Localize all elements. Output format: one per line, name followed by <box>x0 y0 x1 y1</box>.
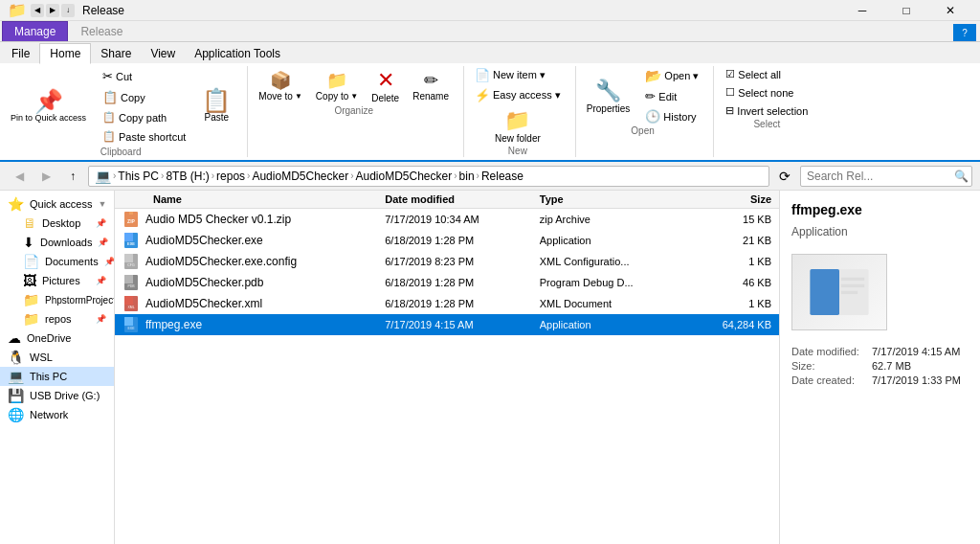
delete-button[interactable]: ✕ Delete <box>367 66 404 105</box>
thispc-icon: 💻 <box>8 369 24 384</box>
search-box: 🔍 <box>800 166 972 187</box>
edit-button[interactable]: ✏ Edit <box>640 87 703 105</box>
tab-share[interactable]: Share <box>91 44 141 63</box>
path-repos[interactable]: repos <box>216 170 245 183</box>
tab-release[interactable]: Release <box>68 21 135 41</box>
copy-path-button[interactable]: 📋 Copy path <box>97 108 191 126</box>
invert-label: Invert selection <box>737 105 808 117</box>
invert-selection-button[interactable]: ⊟ Invert selection <box>720 102 813 119</box>
tab-view[interactable]: View <box>141 44 185 63</box>
up-button[interactable]: ↑ <box>61 165 84 188</box>
svg-rect-16 <box>124 317 133 326</box>
table-row[interactable]: EXE ffmpeg.exe 7/17/2019 4:15 AM Applica… <box>115 314 779 335</box>
nav-quick-access[interactable]: ⭐ Quick access ▼ <box>0 194 114 214</box>
tab-manage[interactable]: Manage <box>2 21 68 41</box>
select-none-button[interactable]: ☐ Select none <box>720 84 813 101</box>
open-button[interactable]: 📂 Open ▾ <box>640 66 703 85</box>
nav-usb[interactable]: 💾 USB Drive (G:) <box>0 386 114 405</box>
nav-thispc[interactable]: 💻 This PC <box>0 367 114 386</box>
file-name: AudioMD5Checker.pdb <box>145 276 385 289</box>
copy-to-button[interactable]: 📁 Copy to▼ <box>311 68 363 103</box>
usb-icon: 💾 <box>8 388 24 403</box>
new-folder-button[interactable]: 📁 New folder <box>470 106 566 146</box>
open-icon: 📂 <box>645 68 661 83</box>
new-group-content: 📄 New item ▾ ⚡ Easy access ▾ 📁 New folde… <box>470 66 566 146</box>
nav-network[interactable]: 🌐 Network <box>0 405 114 424</box>
copy-icon: 📋 <box>102 90 118 104</box>
tab-home[interactable]: Home <box>39 43 91 64</box>
properties-button[interactable]: 🔧 Properties <box>582 77 635 116</box>
new-item-button[interactable]: 📄 New item ▾ <box>470 66 566 84</box>
rename-button[interactable]: ✏ Rename <box>408 68 454 103</box>
path-drive[interactable]: 8TB (H:) <box>166 170 209 183</box>
properties-label: Properties <box>587 103 631 114</box>
nav-downloads[interactable]: ⬇ Downloads 📌 <box>0 233 114 252</box>
header-date[interactable]: Date modified <box>385 193 540 205</box>
paste-shortcut-button[interactable]: 📋 Paste shortcut <box>97 127 191 146</box>
header-type[interactable]: Type <box>540 193 695 205</box>
header-name[interactable]: Name <box>115 193 385 205</box>
exe-icon: EXE <box>122 232 140 249</box>
forward-button[interactable]: ▶ <box>34 165 57 188</box>
path-checker1[interactable]: AudioMD5Checker <box>252 170 348 183</box>
meta-date-created: Date created: 7/17/2019 1:33 PM <box>791 374 969 386</box>
nav-repos[interactable]: 📁 repos 📌 <box>0 309 114 329</box>
tab-file[interactable]: File <box>2 44 39 63</box>
nav-phpstorm[interactable]: 📁 PhpstormProject 📌 <box>0 290 114 309</box>
nav-desktop[interactable]: 🖥 Desktop 📌 <box>0 214 114 233</box>
svg-rect-1 <box>129 212 133 215</box>
repos-icon: 📁 <box>23 311 39 327</box>
file-size: 21 KB <box>694 235 779 246</box>
svg-rect-21 <box>841 284 865 288</box>
maximize-button[interactable]: □ <box>884 0 928 21</box>
meta-date-modified: Date modified: 7/17/2019 4:15 AM <box>791 346 969 357</box>
copy-button[interactable]: 📋 Copy <box>97 87 191 107</box>
nav-quick-access-label: Quick access <box>30 198 92 210</box>
date-created-label: Date created: <box>791 374 868 386</box>
cut-button[interactable]: ✂ Cut <box>97 66 191 86</box>
pin-button[interactable]: 📌 Pin to Quick access <box>4 86 93 126</box>
path-checker2[interactable]: AudioMD5Checker <box>356 170 453 183</box>
tab-application-tools[interactable]: Application Tools <box>185 44 290 63</box>
help-button[interactable]: ? <box>953 24 976 41</box>
nav-wsl[interactable]: 🐧 WSL <box>0 348 114 367</box>
new-label: New <box>508 146 527 156</box>
table-row[interactable]: PDB AudioMD5Checker.pdb 6/18/2019 1:28 P… <box>115 272 779 293</box>
table-row[interactable]: ZIP Audio MD5 Checker v0.1.zip 7/17/2019… <box>115 209 779 230</box>
move-to-button[interactable]: 📦 Move to▼ <box>254 68 307 103</box>
paste-button[interactable]: 📋 Paste <box>195 85 237 126</box>
file-name: AudioMD5Checker.exe.config <box>145 255 385 268</box>
nav-onedrive[interactable]: ☁ OneDrive <box>0 329 114 348</box>
path-release[interactable]: Release <box>481 170 523 183</box>
rename-label: Rename <box>412 91 449 102</box>
address-path[interactable]: 💻 › This PC › 8TB (H:) › repos › AudioMD… <box>88 166 769 187</box>
table-row[interactable]: CFG AudioMD5Checker.exe.config 6/17/2019… <box>115 251 779 272</box>
date-modified-value: 7/17/2019 4:15 AM <box>872 346 960 357</box>
back-button[interactable]: ◀ <box>8 165 31 188</box>
table-row[interactable]: XML AudioMD5Checker.xml 6/18/2019 1:28 P… <box>115 293 779 314</box>
close-button[interactable]: ✕ <box>928 0 972 21</box>
minimize-button[interactable]: ─ <box>840 0 884 21</box>
nav-desktop-label: Desktop <box>42 217 80 229</box>
nav-documents[interactable]: 📄 Documents 📌 <box>0 252 114 271</box>
open-group: 🔧 Properties 📂 Open ▾ ✏ Edit 🕒 History O… <box>582 66 715 157</box>
select-group-content: ☑ Select all ☐ Select none ⊟ Invert sele… <box>720 66 813 119</box>
search-input[interactable] <box>807 170 950 183</box>
refresh-button[interactable]: ⟳ <box>773 165 796 188</box>
nav-pictures[interactable]: 🖼 Pictures 📌 <box>0 271 114 290</box>
select-none-label: Select none <box>738 87 793 99</box>
ribbon-app-tabs: File Home Share View Application Tools <box>0 42 980 63</box>
svg-text:PDB: PDB <box>127 284 135 288</box>
table-row[interactable]: EXE AudioMD5Checker.exe 6/18/2019 1:28 P… <box>115 230 779 251</box>
move-to-icon: 📦 <box>270 70 291 91</box>
file-date: 7/17/2019 10:34 AM <box>385 214 540 225</box>
history-button[interactable]: 🕒 History <box>640 107 703 125</box>
header-size[interactable]: Size <box>694 193 779 205</box>
path-thispc[interactable]: This PC <box>118 170 159 183</box>
path-bin[interactable]: bin <box>459 170 475 183</box>
select-all-button[interactable]: ☑ Select all <box>720 66 813 82</box>
nav-wsl-label: WSL <box>30 351 53 363</box>
easy-access-button[interactable]: ⚡ Easy access ▾ <box>470 86 566 104</box>
organize-label: Organize <box>334 105 373 116</box>
onedrive-icon: ☁ <box>8 330 21 346</box>
